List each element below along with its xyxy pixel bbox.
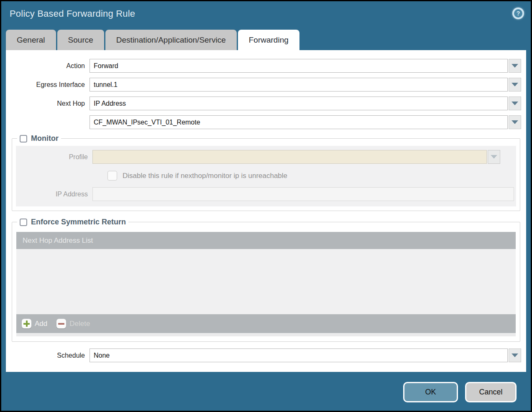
- title-bar: Policy Based Forwarding Rule ?: [1, 1, 531, 28]
- next-hop-address-row: [6, 115, 521, 129]
- next-hop-row: Next Hop: [6, 97, 521, 110]
- chevron-down-icon: [512, 83, 518, 86]
- enforce-symmetric-return-checkbox[interactable]: [20, 219, 27, 226]
- monitor-ip-address-label: IP Address: [16, 191, 92, 198]
- action-label: Action: [6, 62, 90, 70]
- egress-interface-row: Egress Interface: [6, 78, 521, 92]
- dialog-content: Action Egress Interface Next Hop: [6, 50, 526, 372]
- action-input[interactable]: [90, 59, 508, 73]
- disable-rule-label: Disable this rule if nexthop/monitor ip …: [123, 172, 287, 180]
- dialog-title: Policy Based Forwarding Rule: [10, 8, 522, 19]
- schedule-input[interactable]: [90, 348, 508, 362]
- monitor-panel: Profile Disable this rule if nexthop/mon…: [16, 146, 516, 206]
- table-bottom-strip: [16, 333, 516, 336]
- enforce-symmetric-return-legend-label: Enforce Symmetric Return: [31, 218, 126, 226]
- enforce-symmetric-return-fieldset: Enforce Symmetric Return Next Hop Addres…: [12, 218, 520, 342]
- schedule-label: Schedule: [6, 352, 90, 359]
- egress-interface-label: Egress Interface: [6, 81, 90, 89]
- chevron-down-icon: [512, 102, 518, 105]
- egress-interface-dropdown-button[interactable]: [509, 78, 521, 92]
- enforce-symmetric-return-legend: Enforce Symmetric Return: [17, 218, 128, 226]
- delete-button-label: Delete: [69, 320, 90, 328]
- disable-rule-checkbox: [107, 171, 117, 181]
- chevron-down-icon: [512, 120, 518, 124]
- schedule-combo: [90, 348, 521, 362]
- tab-bar: General Source Destination/Application/S…: [1, 28, 531, 50]
- help-icon-glyph: ?: [514, 9, 522, 18]
- tab-source[interactable]: Source: [57, 30, 104, 50]
- monitor-legend: Monitor: [17, 134, 61, 143]
- disable-rule-row: Disable this rule if nexthop/monitor ip …: [107, 171, 516, 181]
- policy-based-forwarding-dialog: Policy Based Forwarding Rule ? General S…: [0, 0, 532, 412]
- next-hop-address-list-footer: Add Delete: [16, 314, 516, 333]
- add-button-label: Add: [35, 320, 47, 328]
- monitor-legend-label: Monitor: [31, 134, 59, 143]
- action-dropdown-button[interactable]: [509, 59, 521, 73]
- minus-icon: [56, 319, 66, 328]
- cancel-button[interactable]: Cancel: [465, 382, 517, 402]
- delete-button: Delete: [56, 319, 90, 328]
- schedule-dropdown-button[interactable]: [509, 348, 521, 362]
- help-icon[interactable]: ?: [512, 8, 524, 19]
- chevron-down-icon: [491, 155, 497, 159]
- profile-row: Profile: [16, 150, 500, 164]
- next-hop-address-combo: [90, 115, 521, 129]
- action-row: Action: [6, 59, 521, 73]
- plus-icon: [22, 319, 31, 328]
- profile-input: [92, 150, 487, 164]
- schedule-row: Schedule: [6, 348, 521, 362]
- next-hop-type-input[interactable]: [90, 97, 508, 110]
- profile-dropdown-button: [488, 150, 500, 164]
- profile-combo: [92, 150, 500, 164]
- profile-label: Profile: [16, 153, 92, 161]
- add-button[interactable]: Add: [22, 319, 47, 328]
- next-hop-dropdown-button[interactable]: [509, 97, 521, 110]
- monitor-checkbox[interactable]: [20, 135, 27, 142]
- chevron-down-icon: [512, 64, 518, 68]
- monitor-ip-address-input: [92, 187, 514, 201]
- egress-interface-input[interactable]: [90, 78, 508, 92]
- tab-destination-application-service[interactable]: Destination/Application/Service: [105, 30, 237, 50]
- tab-forwarding[interactable]: Forwarding: [238, 30, 299, 50]
- ok-button[interactable]: OK: [403, 382, 458, 402]
- next-hop-address-dropdown-button[interactable]: [509, 115, 521, 129]
- next-hop-address-list-header: Next Hop Address List: [16, 232, 516, 249]
- next-hop-address-input[interactable]: [90, 115, 508, 129]
- next-hop-label: Next Hop: [6, 100, 90, 107]
- next-hop-combo: [90, 97, 521, 110]
- action-combo: [90, 59, 521, 73]
- monitor-fieldset: Monitor Profile Disable this rule if nex…: [12, 134, 520, 211]
- monitor-ip-address-row: IP Address: [16, 187, 514, 201]
- egress-interface-combo: [90, 78, 521, 92]
- tab-general[interactable]: General: [6, 30, 56, 50]
- next-hop-address-table: Next Hop Address List Add Delete: [16, 232, 516, 336]
- next-hop-address-list-body[interactable]: [16, 249, 516, 314]
- chevron-down-icon: [512, 354, 518, 357]
